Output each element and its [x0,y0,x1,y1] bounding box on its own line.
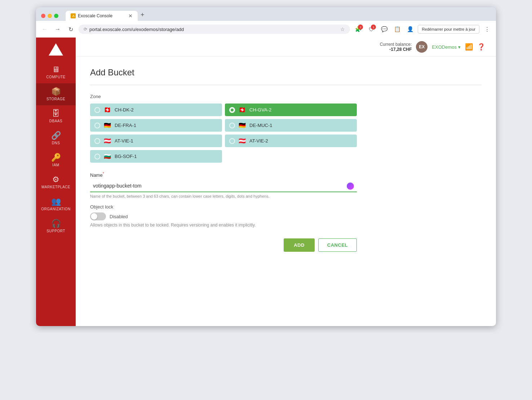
sidebar-item-dns[interactable]: 🔗 DNS [36,127,76,149]
traffic-lights [41,14,58,18]
history-btn[interactable]: 💬 [379,24,390,35]
back-btn[interactable]: ← [40,24,50,34]
storage-icon: 📦 [51,88,61,96]
flag-de-muc-1: 🇩🇪 [239,122,246,129]
sidebar-item-marketplace[interactable]: ⚙ MARKETPLACE [36,171,76,193]
object-lock-section: Object lock Disabled Allows objects in t… [90,204,482,228]
support-icon: 🎧 [51,220,61,228]
zone-name-at-vie-1: AT-VIE-1 [115,138,133,144]
flag-at-vie-2: 🇦🇹 [239,137,246,144]
toggle-row: Disabled [90,212,482,220]
object-lock-hint: Allows objects in this bucket to be lock… [90,223,482,228]
alerts-btn[interactable]: 🛡 1 [366,24,377,35]
flag-de-fra-1: 🇩🇪 [104,122,111,129]
bookmark-icon[interactable]: ☆ [340,26,345,32]
zone-name-at-vie-2: AT-VIE-2 [249,138,268,144]
sidebar-item-iam[interactable]: 🔑 IAM [36,149,76,171]
forward-btn[interactable]: → [53,24,63,34]
flag-bg-sof-1: 🇧🇬 [104,153,111,160]
zone-name-de-fra-1: DE-FRA-1 [115,123,136,128]
sidebar-item-dbaas[interactable]: 🗄 DBAAS [36,105,76,127]
address-bar[interactable]: ⟳ portal.exoscale.com/u/exodemos/storage… [79,25,350,34]
zones-grid: 🇨🇭 CH-DK-2 🇨🇭 CH-GVA-2 🇩🇪 [90,104,357,163]
browser-window: ⚠ Exoscale Console ✕ + ← → ↻ ⟳ portal.ex… [36,7,496,326]
name-label: Name* [90,171,357,178]
sidebar-item-support-label: SUPPORT [46,229,65,233]
sidebar-item-marketplace-label: MARKETPLACE [41,185,70,189]
browser-toolbar: ← → ↻ ⟳ portal.exoscale.com/u/exodemos/s… [36,21,496,38]
profile-btn[interactable]: 👤 [405,24,416,35]
zone-radio-ch-dk-2 [94,107,100,113]
sidebar-item-support[interactable]: 🎧 SUPPORT [36,215,76,237]
zone-at-vie-2[interactable]: 🇦🇹 AT-VIE-2 [225,135,357,147]
required-indicator: * [103,171,104,176]
cast-btn[interactable]: 📋 [392,24,403,35]
tabs-bar: ⚠ Exoscale Console ✕ + [66,11,491,21]
tab-favicon: ⚠ [71,13,76,18]
sidebar-item-organization[interactable]: 👥 ORGANIZATION [36,193,76,215]
flag-at-vie-1: 🇦🇹 [104,137,111,144]
zone-name-de-muc-1: DE-MUC-1 [249,123,272,128]
zone-name-ch-gva-2: CH-GVA-2 [249,107,271,113]
sidebar-item-organization-label: ORGANIZATION [41,207,70,211]
organization-icon: 👥 [51,198,61,206]
maximize-window-btn[interactable] [54,14,58,18]
zone-bg-sof-1[interactable]: 🇧🇬 BG-SOF-1 [90,150,222,163]
extensions-btn[interactable]: 🧩 2 [353,24,364,35]
toolbar-right: 🧩 2 🛡 1 💬 📋 👤 Redémarrer pour mettre à j… [353,24,492,35]
new-tab-btn[interactable]: + [138,11,147,21]
dns-icon: 🔗 [51,132,61,140]
menu-btn[interactable]: ⋮ [482,24,492,35]
tab-close-btn[interactable]: ✕ [128,13,133,19]
balance-label: Current balance: [380,42,412,47]
cancel-button[interactable]: CANCEL [318,238,357,252]
user-name-text: EXODemos [432,44,457,50]
sidebar: 🖥 COMPUTE 📦 STORAGE 🗄 DBAAS 🔗 DNS 🔑 IAM … [36,38,76,326]
zone-name-bg-sof-1: BG-SOF-1 [115,154,137,159]
sidebar-item-iam-label: IAM [52,163,59,167]
page-title: Add Bucket [90,67,482,78]
zone-at-vie-1[interactable]: 🇦🇹 AT-VIE-1 [90,135,222,147]
add-button[interactable]: ADD [284,238,315,252]
zone-section-label: Zone [90,94,482,99]
balance-value: -17,28 CHF [380,47,412,52]
sidebar-item-compute[interactable]: 🖥 COMPUTE [36,61,76,83]
active-tab[interactable]: ⚠ Exoscale Console ✕ [66,11,138,21]
close-window-btn[interactable] [41,14,45,18]
sidebar-item-storage-label: STORAGE [46,97,65,101]
wifi-icon[interactable]: 📶 [465,43,473,51]
iam-icon: 🔑 [51,154,61,162]
object-lock-label: Object lock [90,204,482,210]
help-icon[interactable]: ❓ [477,43,485,51]
name-input[interactable] [90,180,357,192]
zone-radio-ch-gva-2 [229,107,235,113]
sidebar-item-storage[interactable]: 📦 STORAGE [36,83,76,105]
logo-icon [49,43,63,56]
marketplace-icon: ⚙ [52,176,59,184]
compute-icon: 🖥 [52,66,60,74]
sidebar-item-compute-label: COMPUTE [46,75,66,79]
notification-badge-1: 2 [358,25,363,30]
refresh-btn[interactable]: ↻ [66,24,76,34]
minimize-window-btn[interactable] [48,14,52,18]
name-form-group: Name* Name of the bucket, between 3 and … [90,171,357,198]
balance-section: Current balance: -17,28 CHF [380,42,412,52]
zone-name-ch-dk-2: CH-DK-2 [115,107,134,113]
zone-ch-gva-2[interactable]: 🇨🇭 CH-GVA-2 [225,104,357,116]
object-lock-toggle[interactable] [90,212,106,220]
object-lock-status: Disabled [110,214,128,219]
zone-de-fra-1[interactable]: 🇩🇪 DE-FRA-1 [90,119,222,132]
zone-radio-at-vie-1 [94,138,100,144]
tab-title: Exoscale Console [78,13,112,18]
main-content: Current balance: -17,28 CHF EX EXODemos … [76,38,496,326]
zone-ch-dk-2[interactable]: 🇨🇭 CH-DK-2 [90,104,222,116]
update-btn[interactable]: Redémarrer pour mettre à jour [418,25,479,34]
zone-radio-de-muc-1 [229,123,235,128]
avatar: EX [416,41,427,53]
user-menu[interactable]: EXODemos ▾ [432,44,461,50]
logo[interactable] [43,38,69,61]
zone-de-muc-1[interactable]: 🇩🇪 DE-MUC-1 [225,119,357,132]
action-buttons: ADD CANCEL [90,238,357,252]
name-hint: Name of the bucket, between 3 and 63 cha… [90,194,357,198]
top-header: Current balance: -17,28 CHF EX EXODemos … [76,38,496,57]
